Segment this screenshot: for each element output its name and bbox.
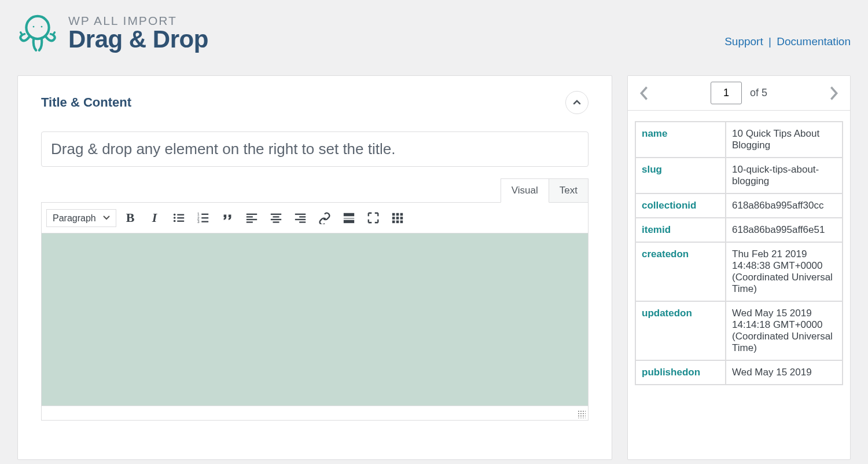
- record-pager: of 5: [628, 76, 850, 111]
- svg-rect-20: [273, 216, 279, 217]
- data-preview-panel: of 5 name10 Quick Tips About Bloggingslu…: [627, 75, 851, 460]
- octopus-logo-icon: [17, 10, 58, 57]
- svg-rect-21: [271, 219, 281, 220]
- editor-wrap: Visual Text Paragraph B I 123: [18, 173, 612, 438]
- svg-rect-22: [273, 221, 279, 222]
- editor-box: Paragraph B I 123: [41, 202, 589, 421]
- chevron-right-icon: [828, 85, 840, 101]
- bold-icon: B: [126, 210, 135, 225]
- format-select[interactable]: Paragraph: [46, 209, 116, 227]
- field-key[interactable]: publishedon: [635, 360, 726, 385]
- svg-rect-23: [295, 214, 306, 215]
- field-value[interactable]: 10 Quick Tips About Blogging: [726, 122, 843, 158]
- next-record-button[interactable]: [825, 84, 843, 103]
- svg-rect-8: [177, 221, 184, 222]
- pager-center: of 5: [711, 82, 767, 104]
- svg-rect-14: [201, 221, 208, 222]
- header-left: WP ALL IMPORT Drag & Drop: [17, 10, 208, 57]
- read-more-icon: [343, 211, 355, 224]
- align-left-button[interactable]: [241, 207, 262, 228]
- field-key[interactable]: collectionid: [635, 193, 726, 218]
- svg-rect-35: [400, 217, 403, 220]
- field-value[interactable]: 618a86ba995aff6e51: [726, 218, 843, 242]
- fullscreen-button[interactable]: [363, 207, 384, 228]
- header-links: Support | Documentation: [724, 35, 851, 48]
- field-value[interactable]: Thu Feb 21 2019 14:48:38 GMT+0000 (Coord…: [726, 242, 843, 301]
- table-row: slug10-quick-tips-about-blogging: [635, 158, 843, 193]
- link-icon: [318, 211, 331, 224]
- align-right-icon: [294, 211, 307, 224]
- svg-rect-15: [247, 214, 257, 215]
- svg-rect-25: [295, 219, 306, 220]
- align-right-button[interactable]: [290, 207, 311, 228]
- field-key[interactable]: updatedon: [635, 301, 726, 360]
- blockquote-button[interactable]: [217, 207, 238, 228]
- prev-record-button[interactable]: [635, 84, 653, 103]
- page-title: Drag & Drop: [68, 25, 208, 53]
- bold-button[interactable]: B: [120, 207, 141, 228]
- table-row: itemid618a86ba995aff6e51: [635, 218, 843, 242]
- italic-icon: I: [152, 210, 157, 225]
- field-value[interactable]: Wed May 15 2019 14:14:18 GMT+0000 (Coord…: [726, 301, 843, 360]
- field-key[interactable]: name: [635, 122, 726, 158]
- panel-title: Title & Content: [41, 95, 131, 110]
- tab-visual[interactable]: Visual: [501, 178, 549, 203]
- svg-rect-12: [201, 217, 208, 218]
- documentation-link[interactable]: Documentation: [777, 35, 851, 48]
- tab-text[interactable]: Text: [549, 178, 589, 202]
- svg-rect-19: [271, 214, 281, 215]
- svg-rect-17: [247, 219, 257, 220]
- editor-toolbar: Paragraph B I 123: [42, 203, 588, 233]
- main-content: Title & Content Visual Text Paragraph B …: [0, 75, 868, 460]
- editor-content-area[interactable]: [42, 233, 588, 406]
- quote-icon: [221, 211, 234, 224]
- field-value[interactable]: Wed May 15 2019: [726, 360, 843, 385]
- numbered-list-button[interactable]: 123: [193, 207, 214, 228]
- svg-rect-31: [396, 213, 399, 216]
- title-input-wrap: [18, 119, 612, 173]
- insert-link-button[interactable]: [314, 207, 335, 228]
- kitchen-sink-icon: [391, 211, 404, 224]
- collapse-panel-button[interactable]: [565, 91, 589, 114]
- svg-rect-27: [344, 213, 354, 217]
- svg-rect-6: [177, 217, 184, 218]
- insert-more-button[interactable]: [339, 207, 359, 228]
- page-total-label: of 5: [750, 87, 767, 99]
- header-titles: WP ALL IMPORT Drag & Drop: [68, 14, 208, 53]
- editor-tabs: Visual Text: [41, 178, 589, 202]
- field-key[interactable]: itemid: [635, 218, 726, 242]
- svg-point-3: [174, 214, 176, 216]
- table-row: publishedonWed May 15 2019: [635, 360, 843, 385]
- page-header: WP ALL IMPORT Drag & Drop Support | Docu…: [0, 0, 868, 63]
- svg-point-2: [41, 26, 43, 28]
- svg-rect-16: [247, 216, 253, 217]
- svg-rect-36: [392, 221, 395, 224]
- table-row: createdonThu Feb 21 2019 14:48:38 GMT+00…: [635, 242, 843, 301]
- svg-point-5: [174, 217, 176, 219]
- svg-rect-33: [392, 217, 395, 220]
- resize-handle[interactable]: [578, 410, 586, 418]
- field-value[interactable]: 618a86ba995aff30cc: [726, 193, 843, 218]
- table-row: updatedonWed May 15 2019 14:14:18 GMT+00…: [635, 301, 843, 360]
- record-data-table: name10 Quick Tips About Bloggingslug10-q…: [635, 121, 843, 385]
- table-row: name10 Quick Tips About Blogging: [635, 122, 843, 158]
- bullet-list-button[interactable]: [168, 207, 189, 228]
- field-key[interactable]: createdon: [635, 242, 726, 301]
- svg-rect-4: [177, 214, 184, 215]
- post-title-input[interactable]: [41, 131, 589, 167]
- svg-rect-34: [396, 217, 399, 220]
- field-key[interactable]: slug: [635, 158, 726, 193]
- svg-rect-28: [344, 218, 354, 219]
- svg-rect-26: [299, 221, 306, 222]
- italic-button[interactable]: I: [144, 207, 165, 228]
- align-left-icon: [245, 211, 258, 224]
- support-link[interactable]: Support: [724, 35, 763, 48]
- align-center-button[interactable]: [266, 207, 286, 228]
- field-value[interactable]: 10-quick-tips-about-blogging: [726, 158, 843, 193]
- toolbar-toggle-button[interactable]: [387, 207, 408, 228]
- svg-text:3: 3: [197, 220, 200, 224]
- svg-rect-24: [299, 216, 306, 217]
- chevron-up-icon: [572, 98, 582, 107]
- data-scroll-area[interactable]: name10 Quick Tips About Bloggingslug10-q…: [628, 111, 850, 459]
- page-number-input[interactable]: [711, 82, 742, 104]
